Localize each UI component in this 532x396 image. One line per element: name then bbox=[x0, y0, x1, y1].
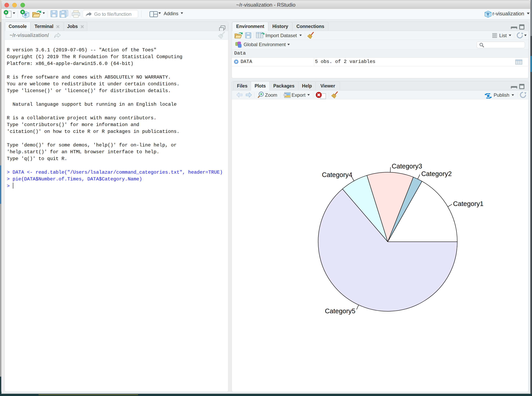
svg-text:Category5: Category5 bbox=[325, 307, 355, 315]
svg-text:Category1: Category1 bbox=[453, 200, 483, 207]
svg-text:Category2: Category2 bbox=[421, 170, 452, 177]
svg-text:Category4: Category4 bbox=[322, 171, 352, 178]
svg-text:R: R bbox=[487, 12, 489, 16]
svg-text:Category3: Category3 bbox=[392, 163, 422, 170]
svg-text:R: R bbox=[24, 12, 27, 17]
